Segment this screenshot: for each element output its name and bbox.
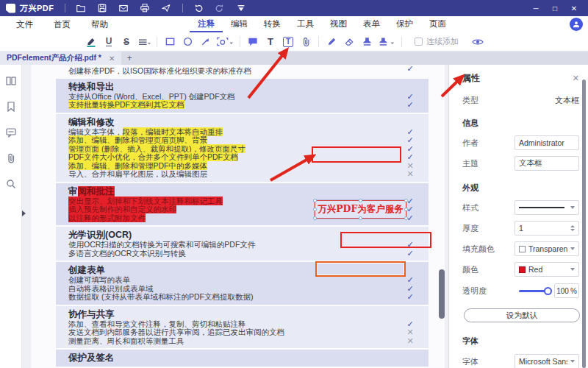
account-avatar[interactable] [570,18,583,31]
chevron-down-icon [570,247,575,250]
ribbon-tab-6[interactable]: 保护 [388,16,421,32]
attach-comment-icon[interactable] [297,35,315,49]
ribbon-tab-0[interactable]: 注释 [190,16,223,32]
close-button[interactable]: ✕ [566,1,582,15]
stamp-icon[interactable] [358,35,376,49]
share-icon[interactable] [161,3,172,14]
resize-handle[interactable] [404,208,408,211]
print-icon[interactable] [140,3,151,14]
rectangle-annotation-3[interactable] [315,261,406,277]
comment-tool-icon[interactable] [244,35,262,49]
opacity-value-box[interactable]: 100% [554,283,579,298]
document-scrollbar[interactable] [439,65,445,368]
scrollbar-thumb[interactable] [439,269,445,319]
fill-color-label: 填充颜色 [462,244,495,255]
status-mark: ✓ [405,276,415,285]
fill-color-select[interactable]: Transparent [514,241,579,256]
toolbar-mode-icon[interactable] [236,3,247,14]
strikethrough-icon[interactable]: S [118,35,135,49]
opacity-slider[interactable] [519,290,548,292]
resize-handle[interactable] [313,216,317,220]
minimize-button[interactable]: ─ [528,1,544,15]
resize-handle[interactable] [359,216,362,220]
attachment-panel-icon[interactable] [5,152,17,164]
continuous-add-checkbox[interactable] [415,38,423,46]
user-icon [572,20,581,29]
feature-section: 保护及签名 [56,350,429,367]
open-folder-icon[interactable] [76,3,87,14]
rectangle-annotation-2[interactable] [340,232,431,248]
ribbon-tab-5[interactable]: 表单 [355,16,388,32]
textbox-tool-icon[interactable]: T [279,35,297,49]
chevron-down-icon [570,360,575,363]
author-field[interactable]: Administrator [514,135,579,150]
stamp-more-dropdown-icon[interactable] [376,35,398,49]
ellipse-tool-icon[interactable] [179,35,196,49]
menu-help[interactable]: 帮助 [81,16,118,32]
set-default-button[interactable]: 设为默认 [464,308,580,322]
rectangle-tool-icon[interactable] [161,35,179,49]
arrow-tool-icon[interactable] [196,35,214,49]
ribbon-tab-7[interactable]: 页面 [421,16,454,32]
ribbon-tab-4[interactable]: 视图 [322,16,355,32]
resize-handle[interactable] [404,199,408,202]
border-color-select[interactable]: Red [514,262,579,277]
eraser-icon[interactable] [340,35,358,49]
resize-handle[interactable] [313,199,317,202]
status-mark: ✕ [405,328,415,337]
maximize-button[interactable]: □ [547,1,563,15]
selected-textbox-annotation[interactable]: 万兴PDF为客户服务 [315,200,406,219]
font-select[interactable]: Microsoft Sans Se [514,354,579,368]
bookmark-panel-icon[interactable] [5,101,17,113]
chevron-down-icon[interactable] [570,229,575,231]
search-panel-icon[interactable] [5,178,17,190]
rectangle-annotation-1[interactable] [312,146,401,163]
resize-handle[interactable] [313,208,317,211]
status-mark: ✓ [405,153,415,162]
eye-icon[interactable] [469,35,487,49]
tab-close-icon[interactable]: ✕ [109,54,115,63]
underline-icon[interactable]: U [100,35,118,49]
ribbon-tab-1[interactable]: 编辑 [223,16,256,32]
thumbnail-panel-icon[interactable] [5,75,17,87]
email-icon[interactable] [118,3,129,14]
menu-file[interactable]: 文件 [6,16,43,32]
feature-row: 多语言文档的OCR文本识别与转换✓ [56,250,429,258]
chevron-up-icon[interactable] [570,225,575,227]
document-area[interactable]: 创建标准PDF，以ISO国际标准化组织要求的标准存档✓ 转换和导出 支持从Off… [22,65,448,368]
slider-thumb[interactable] [544,287,552,295]
textbox-text: 万兴PDF为客户服务 [318,203,404,216]
chevron-down-icon [570,206,575,209]
panel-scrollbar[interactable] [582,79,586,368]
document-tab[interactable]: PDFelement产品介绍.pdf * ✕ [0,52,121,65]
screenshot-dropdown-icon[interactable] [214,35,236,49]
resize-handle[interactable] [359,199,362,202]
comment-panel-icon[interactable] [5,127,17,138]
panel-close-icon[interactable]: ✕ [573,74,579,83]
thickness-stepper[interactable]: 1 [514,221,579,236]
ribbon-tab-3[interactable]: 工具 [289,16,322,32]
feature-row: 测量距离、周长和面积等测量工具✕ [56,337,429,346]
subject-field[interactable]: 文本框 [514,156,579,171]
redo-icon[interactable] [215,3,226,14]
undo-icon[interactable] [193,3,204,14]
menu-home[interactable]: 首页 [43,16,81,32]
ribbon-tab-2[interactable]: 转换 [256,16,289,32]
feature-section: 协作与共享 添加、查看和导览文件注释，复制、剪切和粘贴注释✓ 发送文档到内部服务… [56,306,429,349]
sidebar-collapse-icon[interactable] [22,210,26,216]
highlight-icon[interactable] [82,35,100,49]
titlebar: 万兴PDF ─ □ ✕ [0,0,588,16]
text-tool-icon[interactable]: T [262,35,279,49]
lines-dropdown-icon[interactable] [135,35,153,49]
red-swatch [519,266,526,273]
transparent-swatch [519,246,526,252]
panel-title: 属性 [462,72,480,85]
resize-handle[interactable] [404,216,408,220]
menubar: 文件 首页 帮助 注释编辑转换工具视图表单保护页面 [0,16,588,32]
style-select[interactable] [514,200,579,215]
save-icon[interactable] [97,3,108,14]
chevron-down-icon [570,268,575,271]
left-sidebar [0,65,22,368]
pencil-sign-icon[interactable] [323,35,340,49]
tab-add-icon[interactable]: + [121,52,137,65]
